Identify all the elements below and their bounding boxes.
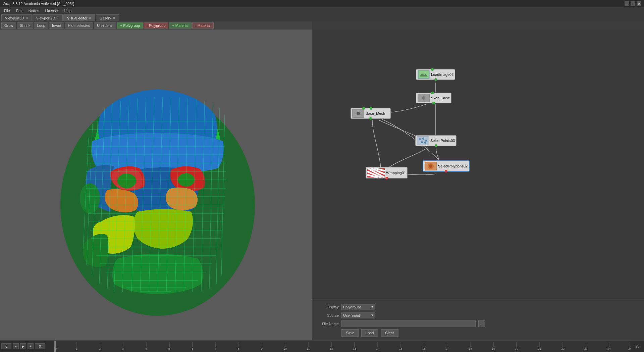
node-load-image03[interactable]: LoadImage03: [416, 69, 455, 80]
tab-gallery[interactable]: Gallery ✕: [96, 14, 119, 21]
source-label: Source: [315, 313, 339, 317]
svg-text:1: 1: [76, 347, 77, 350]
properties-panel: Display Polygroups ▾ Source User input ▾…: [312, 300, 644, 340]
viewport-3d[interactable]: [0, 30, 312, 340]
svg-text:25: 25: [628, 347, 631, 350]
close-viewport2d-icon[interactable]: ✕: [56, 16, 59, 20]
svg-text:13: 13: [353, 347, 356, 350]
node-select-polygons02-dot: [445, 170, 447, 172]
unhide-all-button[interactable]: Unhide all: [94, 22, 116, 29]
svg-text:11: 11: [307, 347, 310, 350]
svg-text:3: 3: [122, 347, 124, 350]
node-canvas: LoadImage03 Skan_Base: [312, 30, 644, 191]
node-select-polygons02-label: SelectPolygons02: [438, 164, 468, 168]
svg-text:23: 23: [584, 347, 588, 350]
svg-text:0: 0: [55, 347, 57, 350]
node-editor[interactable]: LoadImage03 Skan_Base: [312, 30, 644, 340]
filename-label: File Name: [315, 322, 339, 326]
svg-text:21: 21: [538, 347, 541, 350]
menu-nodes[interactable]: Nodes: [26, 8, 42, 13]
close-visual-editor-icon[interactable]: ✕: [89, 16, 92, 20]
node-wrapping01-dot: [385, 177, 388, 180]
invert-button[interactable]: Invert: [49, 22, 64, 29]
node-wrapping01[interactable]: Wrapping01: [366, 167, 408, 179]
toolbar: Grow Shrink Loop Invert Hide selected Un…: [0, 21, 312, 30]
node-base-mesh-dot: [369, 117, 372, 120]
maximize-button[interactable]: □: [631, 1, 635, 6]
svg-text:17: 17: [445, 347, 449, 350]
minimize-button[interactable]: —: [625, 1, 629, 6]
node-load-image03-dot: [434, 78, 437, 81]
node-select-points03[interactable]: SelectPoints03: [415, 135, 457, 146]
node-skan-base[interactable]: Skan_Base: [416, 93, 451, 103]
frame-start-input[interactable]: [1, 343, 11, 349]
node-load-image03-label: LoadImage03: [431, 72, 453, 77]
frame-next-button[interactable]: +: [28, 343, 34, 349]
svg-point-56: [357, 112, 360, 115]
node-skan-base-dot: [432, 102, 435, 104]
svg-text:5: 5: [168, 347, 170, 350]
chevron-down-icon: ▾: [371, 313, 373, 317]
menu-file[interactable]: File: [1, 8, 13, 13]
display-dropdown[interactable]: Polygroups ▾: [341, 304, 375, 310]
svg-text:10: 10: [283, 347, 287, 350]
close-viewport3d-icon[interactable]: ✕: [25, 16, 28, 20]
menu-help[interactable]: Help: [61, 8, 74, 13]
timeline-ruler[interactable]: 0 1 2 3 4 5: [54, 341, 631, 352]
svg-text:22: 22: [561, 347, 565, 350]
frame-prev-button[interactable]: −: [13, 343, 19, 349]
main-area: LoadImage03 Skan_Base: [0, 30, 644, 340]
grow-button[interactable]: Grow: [1, 22, 16, 29]
source-row: Source User input ▾: [315, 312, 641, 318]
menu-license[interactable]: License: [43, 8, 61, 13]
loop-button[interactable]: Loop: [34, 22, 48, 29]
action-buttons-row: Save Load Clear: [341, 329, 641, 337]
close-button[interactable]: ✕: [637, 1, 641, 6]
frame-current-input[interactable]: [35, 343, 45, 349]
chevron-down-icon: ▾: [371, 305, 373, 309]
timeline-controls: − ▶ +: [0, 343, 54, 349]
filename-input[interactable]: [341, 320, 476, 327]
svg-text:16: 16: [422, 347, 426, 350]
display-row: Display Polygroups ▾: [315, 304, 641, 310]
title-bar: Wrap 3.3.12 Academia Activated [Set_023*…: [0, 0, 644, 7]
node-base-mesh-label: Base_Mesh: [366, 111, 385, 115]
svg-text:14: 14: [376, 347, 379, 350]
node-skan-base-label: Skan_Base: [431, 96, 450, 100]
tab-bar: Viewport3D ✕ Viewport2D ✕ Visual editor …: [0, 14, 644, 21]
svg-text:12: 12: [330, 347, 333, 350]
frame-end-display: 25: [631, 345, 644, 348]
tab-visual-editor[interactable]: Visual editor ✕: [63, 14, 95, 21]
connector-dot: [431, 68, 434, 71]
tab-viewport2d[interactable]: Viewport2D ✕: [33, 14, 63, 21]
close-gallery-icon[interactable]: ✕: [113, 16, 115, 20]
svg-text:24: 24: [607, 347, 611, 350]
svg-point-58: [419, 138, 421, 140]
frame-play-button[interactable]: ▶: [20, 343, 26, 349]
svg-rect-47: [419, 71, 429, 78]
svg-text:7: 7: [215, 347, 216, 350]
shrink-button[interactable]: Shrink: [17, 22, 33, 29]
svg-point-61: [421, 141, 423, 143]
add-material-button[interactable]: + Material: [169, 22, 192, 29]
connector-dot: [362, 107, 365, 110]
tab-viewport3d[interactable]: Viewport3D ✕: [1, 14, 32, 21]
node-select-polygons02[interactable]: SelectPolygons02: [423, 160, 470, 172]
menu-edit[interactable]: Edit: [13, 8, 25, 13]
node-wrapping01-label: Wrapping01: [386, 171, 406, 175]
add-polygroup-button[interactable]: + Polygroup: [117, 22, 143, 29]
svg-point-65: [429, 164, 432, 168]
remove-material-button[interactable]: - Material: [192, 22, 214, 29]
save-button[interactable]: Save: [341, 329, 359, 337]
remove-polygroup-button[interactable]: - Polygroup: [144, 22, 168, 29]
hide-selected-button[interactable]: Hide selected: [65, 22, 93, 29]
timeline: − ▶ + 0 1 2 3: [0, 340, 644, 352]
svg-point-59: [422, 138, 424, 140]
clear-button[interactable]: Clear: [381, 329, 398, 337]
svg-point-60: [425, 140, 427, 142]
browse-button[interactable]: …: [478, 320, 485, 327]
load-button[interactable]: Load: [361, 329, 378, 337]
title-text: Wrap 3.3.12 Academia Activated [Set_023*…: [3, 2, 74, 6]
svg-point-2: [117, 173, 136, 188]
source-dropdown[interactable]: User input ▾: [341, 312, 375, 318]
